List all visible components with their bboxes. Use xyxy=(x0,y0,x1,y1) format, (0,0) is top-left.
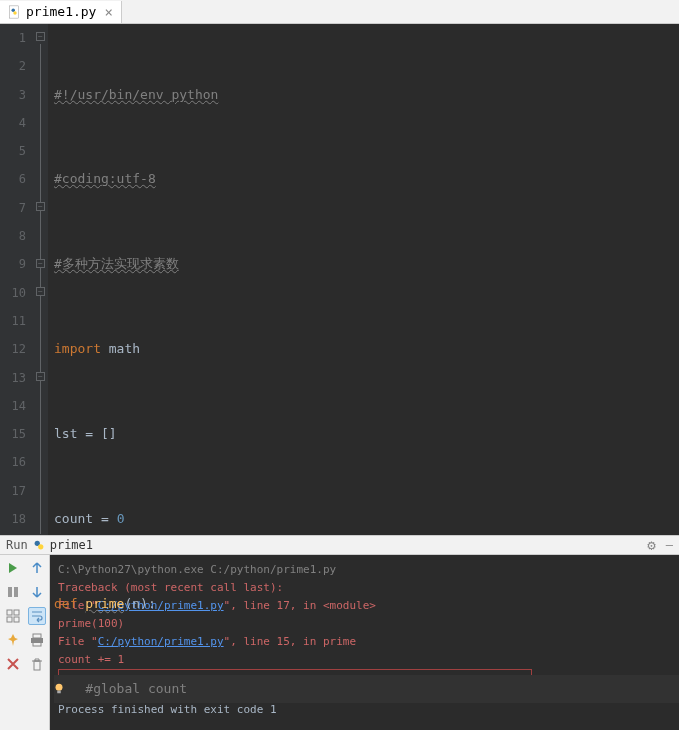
print-button[interactable] xyxy=(28,631,46,649)
line-number-gutter: 1 2 3 4 5 6 7 8 9 10 11 12 13 14 15 16 1… xyxy=(0,24,34,535)
fold-marker-icon[interactable]: − xyxy=(36,287,45,296)
python-file-icon xyxy=(8,5,22,19)
svg-rect-16 xyxy=(34,661,40,670)
svg-rect-7 xyxy=(8,587,12,597)
fold-marker-icon[interactable]: − xyxy=(36,372,45,381)
pin-button[interactable] xyxy=(4,631,22,649)
svg-rect-9 xyxy=(7,610,12,615)
svg-rect-8 xyxy=(14,587,18,597)
layout-button[interactable] xyxy=(4,607,22,625)
svg-rect-12 xyxy=(14,617,19,622)
svg-point-3 xyxy=(56,683,63,690)
tab-bar: prime1.py × xyxy=(0,0,679,24)
rerun-button[interactable] xyxy=(4,559,22,577)
up-button[interactable] xyxy=(28,559,46,577)
run-toolbar-left xyxy=(0,555,25,730)
file-tab[interactable]: prime1.py × xyxy=(0,1,122,23)
fold-gutter: − − − − − xyxy=(34,24,48,535)
close-button[interactable] xyxy=(4,655,22,673)
svg-point-2 xyxy=(13,11,17,15)
svg-point-6 xyxy=(38,544,43,549)
run-toolbar-right xyxy=(25,555,50,730)
svg-rect-4 xyxy=(57,690,61,693)
down-button[interactable] xyxy=(28,583,46,601)
intention-bulb-icon[interactable] xyxy=(52,681,66,695)
svg-rect-10 xyxy=(14,610,19,615)
svg-rect-13 xyxy=(33,634,41,638)
clear-button[interactable] xyxy=(28,655,46,673)
tab-filename: prime1.py xyxy=(26,4,96,19)
fold-marker-icon[interactable]: − xyxy=(36,259,45,268)
python-icon xyxy=(32,538,46,552)
run-label: Run xyxy=(6,538,28,552)
close-tab-icon[interactable]: × xyxy=(104,4,112,20)
stop-button[interactable] xyxy=(4,583,22,601)
editor: 1 2 3 4 5 6 7 8 9 10 11 12 13 14 15 16 1… xyxy=(0,24,679,535)
soft-wrap-button[interactable] xyxy=(28,607,46,625)
fold-marker-icon[interactable]: − xyxy=(36,202,45,211)
svg-rect-11 xyxy=(7,617,12,622)
fold-marker-icon[interactable]: − xyxy=(36,32,45,41)
code-area[interactable]: #!/usr/bin/env python #coding:utf-8 #多种方… xyxy=(48,24,679,535)
